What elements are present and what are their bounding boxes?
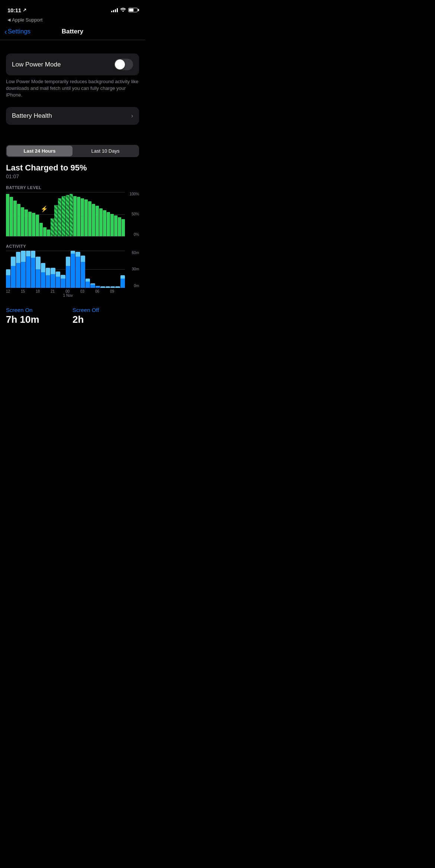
activity-bar-wrap-1 bbox=[11, 251, 15, 288]
activity-bar-wrap-20 bbox=[106, 251, 110, 288]
status-icons bbox=[111, 7, 138, 13]
battery-bar-28 bbox=[110, 214, 114, 236]
battery-bar-6 bbox=[28, 212, 32, 236]
back-label: Settings bbox=[8, 28, 30, 35]
activity-bar-off-14 bbox=[75, 252, 80, 257]
activity-bar-off-4 bbox=[26, 251, 30, 256]
activity-bar-off-15 bbox=[81, 256, 85, 262]
screen-off-stat: Screen Off 2h bbox=[72, 307, 139, 325]
activity-bar-wrap-10 bbox=[56, 251, 60, 288]
activity-bar-off-10 bbox=[56, 272, 60, 276]
activity-bar-on-0 bbox=[6, 275, 10, 287]
activity-bar-on-10 bbox=[56, 277, 60, 288]
battery-bar-0 bbox=[6, 194, 9, 236]
activity-y-labels: 60m 30m 0m bbox=[125, 251, 139, 288]
time-range-segmented-control[interactable]: Last 24 Hours Last 10 Days bbox=[6, 145, 139, 157]
activity-bar-off-13 bbox=[71, 251, 75, 254]
battery-bar-24 bbox=[96, 206, 99, 236]
battery-bar-3 bbox=[17, 204, 20, 236]
battery-y-labels: 100% 50% 0% bbox=[126, 192, 139, 237]
battery-bar-22 bbox=[88, 201, 91, 236]
screen-on-label: Screen On bbox=[6, 307, 72, 313]
activity-bar-on-6 bbox=[36, 269, 40, 288]
status-time: 10:11 ↗ bbox=[7, 7, 26, 13]
low-power-mode-row: Low Power Mode bbox=[6, 53, 139, 75]
date-label-wrap: 1 Nov bbox=[6, 293, 125, 299]
activity-bar-on-12 bbox=[66, 266, 70, 287]
x-label-00: 00 bbox=[65, 289, 80, 293]
x-label-15: 15 bbox=[21, 289, 36, 293]
battery-bar-4 bbox=[21, 207, 24, 236]
battery-bar-10 bbox=[43, 227, 46, 236]
activity-bar-wrap-13 bbox=[71, 251, 75, 288]
battery-bar-30 bbox=[118, 217, 121, 236]
x-axis-labels: 12 15 18 21 00 03 06 09 bbox=[6, 289, 125, 293]
svg-point-0 bbox=[122, 10, 124, 12]
x-label-21: 21 bbox=[51, 289, 65, 293]
battery-chart-label: BATTERY LEVEL bbox=[6, 185, 139, 190]
low-power-mode-description: Low Power Mode temporarily reduces backg… bbox=[0, 75, 145, 104]
activity-bar-on-4 bbox=[26, 256, 30, 288]
activity-bar-wrap-2 bbox=[16, 251, 20, 288]
activity-bar-wrap-14 bbox=[75, 251, 80, 288]
battery-bar-23 bbox=[92, 204, 95, 236]
x-axis-wrap: 12 15 18 21 00 03 06 09 1 Nov bbox=[6, 289, 139, 299]
top-gap bbox=[0, 40, 145, 53]
activity-bar-wrap-12 bbox=[66, 251, 70, 288]
activity-bar-on-14 bbox=[75, 257, 80, 287]
activity-chart bbox=[6, 251, 125, 288]
activity-bar-on-7 bbox=[41, 272, 45, 288]
battery-chart-wrap: 100% 50% 0% ⚡ bbox=[6, 192, 139, 237]
battery-y-50: 50% bbox=[132, 212, 139, 216]
activity-bar-off-9 bbox=[51, 268, 55, 274]
activity-chart-wrap: 60m 30m 0m bbox=[6, 251, 139, 288]
battery-health-chevron: › bbox=[131, 113, 133, 119]
signal-icon bbox=[111, 8, 118, 12]
low-power-mode-section: Low Power Mode bbox=[6, 53, 139, 75]
screen-on-stat: Screen On 7h 10m bbox=[6, 307, 72, 325]
low-power-mode-toggle[interactable] bbox=[114, 59, 133, 70]
activity-bar-wrap-18 bbox=[96, 251, 100, 288]
battery-bar-16 bbox=[66, 195, 69, 236]
x-label-12: 12 bbox=[6, 289, 21, 293]
activity-bar-on-1 bbox=[11, 266, 15, 287]
battery-health-row[interactable]: Battery Health › bbox=[6, 107, 139, 125]
activity-bar-wrap-17 bbox=[90, 251, 95, 288]
activity-bar-on-23 bbox=[120, 279, 125, 288]
status-bar: 10:11 ↗ bbox=[0, 0, 145, 16]
activity-y-0: 0m bbox=[134, 284, 139, 288]
battery-bar-21 bbox=[84, 199, 88, 236]
battery-level-chart-section: BATTERY LEVEL 100% 50% 0% ⚡ bbox=[0, 181, 145, 238]
last-10-days-button[interactable]: Last 10 Days bbox=[72, 146, 138, 156]
activity-bar-off-16 bbox=[86, 279, 90, 282]
activity-dash-21 bbox=[110, 287, 115, 288]
lightning-icon: ⚡ bbox=[41, 205, 48, 212]
battery-chart bbox=[6, 192, 125, 237]
activity-chart-label: ACTIVITY bbox=[6, 244, 139, 248]
activity-bar-wrap-15 bbox=[81, 251, 85, 288]
page-title: Battery bbox=[62, 28, 84, 35]
battery-bar-19 bbox=[77, 197, 80, 236]
activity-bar-off-12 bbox=[66, 257, 70, 266]
activity-bar-on-17 bbox=[90, 285, 95, 287]
battery-bar-11 bbox=[47, 230, 50, 236]
activity-bar-off-1 bbox=[11, 257, 15, 266]
settings-back-button[interactable]: ‹ Settings bbox=[4, 28, 30, 35]
activity-bar-wrap-19 bbox=[100, 251, 105, 288]
activity-bar-wrap-0 bbox=[6, 251, 10, 288]
activity-bar-on-9 bbox=[51, 274, 55, 288]
apple-support-label: Apple Support bbox=[12, 17, 42, 23]
activity-bar-wrap-6 bbox=[36, 251, 40, 288]
battery-bar-31 bbox=[122, 219, 125, 236]
battery-bar-14 bbox=[58, 198, 61, 236]
last-24-hours-button[interactable]: Last 24 Hours bbox=[7, 146, 72, 156]
battery-bar-5 bbox=[25, 209, 28, 236]
toggle-knob bbox=[115, 59, 125, 69]
battery-bar-26 bbox=[103, 210, 106, 236]
segmented-wrap: Last 24 Hours Last 10 Days bbox=[0, 141, 145, 157]
activity-dash-20 bbox=[106, 287, 110, 288]
activity-bar-on-11 bbox=[61, 279, 65, 288]
screen-on-value: 7h 10m bbox=[6, 314, 72, 325]
date-label: 1 Nov bbox=[63, 293, 73, 298]
battery-bar-9 bbox=[39, 223, 43, 236]
